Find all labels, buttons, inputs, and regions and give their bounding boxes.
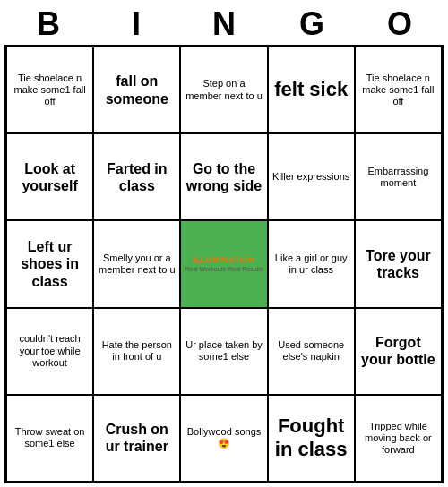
cell-17[interactable]: Ur place taken by some1 else — [180, 308, 267, 395]
cell-2[interactable]: Step on a member next to u — [180, 47, 267, 133]
cell-15[interactable]: couldn't reach your toe while workout — [6, 308, 93, 395]
cell-23[interactable]: Fought in class — [268, 395, 355, 482]
cell-4[interactable]: Tie shoelace n make some1 fall off — [355, 47, 442, 133]
header-letter-o: O — [359, 5, 440, 43]
cell-21[interactable]: Crush on ur trainer — [93, 395, 180, 482]
cell-6[interactable]: Farted in class — [93, 133, 180, 220]
cell-8[interactable]: Killer expressions — [268, 133, 355, 220]
cell-13[interactable]: Like a girl or guy in ur class — [268, 220, 355, 307]
cell-24[interactable]: Tripped while moving back or forward — [355, 395, 442, 482]
bingo-header: B I N G O — [4, 0, 444, 45]
cell-3[interactable]: felt sick — [268, 47, 355, 133]
cell-22[interactable]: Bollywood songs 😍 — [180, 395, 267, 482]
header-letter-b: B — [8, 5, 89, 43]
bingo-grid: Tie shoelace n make some1 fall off fall … — [4, 45, 444, 483]
header-letter-g: G — [271, 5, 352, 43]
cell-18[interactable]: Used someone else's napkin — [268, 308, 355, 395]
cell-12[interactable]: ILLUMINATION Real Workouts Real Results — [180, 220, 267, 307]
header-letter-n: N — [184, 5, 264, 43]
cell-0[interactable]: Tie shoelace n make some1 fall off — [6, 47, 93, 133]
cell-14[interactable]: Tore your tracks — [355, 220, 442, 307]
cell-16[interactable]: Hate the person in front of u — [93, 308, 180, 395]
cell-7[interactable]: Go to the wrong side — [180, 133, 267, 220]
cell-9[interactable]: Embarrassing moment — [355, 133, 442, 220]
cell-1[interactable]: fall on someone — [93, 47, 180, 133]
cell-11[interactable]: Smelly you or a member next to u — [93, 220, 180, 307]
header-letter-i: I — [96, 5, 177, 43]
cell-10[interactable]: Left ur shoes in class — [6, 220, 93, 307]
cell-20[interactable]: Throw sweat on some1 else — [6, 395, 93, 482]
cell-5[interactable]: Look at yourself — [6, 133, 93, 220]
cell-19[interactable]: Forgot your bottle — [355, 308, 442, 395]
illumination-logo: ILLUMINATION Real Workouts Real Results — [185, 255, 263, 274]
